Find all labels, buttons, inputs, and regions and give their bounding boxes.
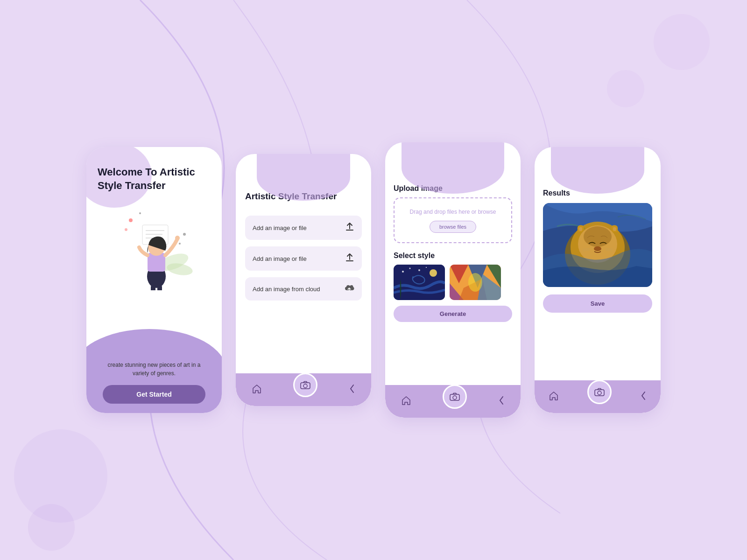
screen-welcome: Welcome To Artistic Style Transfer: [86, 147, 222, 413]
screens-container: Welcome To Artistic Style Transfer: [0, 0, 747, 560]
svg-point-34: [468, 273, 482, 292]
menu-bottom-nav: [236, 373, 371, 406]
svg-point-3: [183, 233, 186, 236]
lion-artwork: [543, 203, 652, 287]
svg-point-42: [594, 246, 601, 251]
menu-item-2[interactable]: Add an image or file: [245, 246, 362, 271]
menu-item-3-label: Add an image from cloud: [253, 286, 320, 293]
girl-svg-illustration: [112, 197, 196, 290]
upload-dropzone[interactable]: Drag and drop files here or browse brows…: [394, 197, 512, 243]
style-selection-section: Select style: [394, 252, 512, 322]
svg-point-1: [125, 228, 127, 231]
upload-icon-1: [345, 222, 354, 233]
upload-top-blob: [402, 142, 504, 194]
welcome-tagline: create stunning new pieces of art in a v…: [103, 361, 205, 378]
svg-point-26: [426, 267, 427, 268]
svg-point-2: [139, 212, 141, 214]
save-button[interactable]: Save: [543, 294, 652, 313]
nav-home-icon-4[interactable]: [549, 391, 559, 403]
screen-menu: Artistic Style Transfer Add an image or …: [236, 154, 371, 406]
nav-home-icon-3[interactable]: [401, 395, 411, 408]
nav-back-icon-3[interactable]: [498, 395, 505, 408]
get-started-button[interactable]: Get Started: [103, 385, 205, 404]
menu-item-3[interactable]: Add an image from cloud: [245, 277, 362, 301]
nav-home-icon-2[interactable]: [252, 384, 262, 396]
browse-files-button[interactable]: browse files: [430, 221, 476, 233]
nav-camera-button-4[interactable]: [587, 380, 612, 404]
upload-placeholder-text: Drag and drop files here or browse: [404, 208, 502, 216]
style-section-title: Select style: [394, 252, 512, 260]
drag-drop-text: Drag and drop files here or browse: [410, 209, 496, 215]
svg-rect-16: [157, 285, 162, 290]
svg-point-23: [402, 271, 404, 273]
menu-item-1-label: Add an image or file: [253, 224, 307, 231]
svg-point-24: [409, 268, 411, 269]
screen-upload: Upload image Drag and drop files here or…: [385, 142, 521, 418]
nav-back-icon-2[interactable]: [349, 384, 355, 396]
menu-item-1[interactable]: Add an image or file: [245, 216, 362, 240]
welcome-title: Welcome To Artistic Style Transfer: [98, 166, 211, 192]
upload-bottom-nav: [385, 385, 521, 418]
svg-point-22: [430, 269, 437, 277]
svg-point-25: [418, 269, 420, 271]
style-thumbnails: [394, 265, 512, 300]
menu-top-blob: [257, 154, 350, 201]
nav-back-icon-4[interactable]: [640, 391, 647, 403]
style-thumb-abstract[interactable]: [450, 265, 501, 300]
nav-camera-button-2[interactable]: [293, 373, 317, 397]
svg-rect-15: [151, 285, 155, 290]
screen-results: Results: [535, 147, 661, 413]
svg-point-0: [129, 218, 133, 222]
cloud-icon: [344, 284, 354, 294]
svg-point-36: [453, 396, 457, 399]
results-bottom-nav: [535, 380, 661, 413]
style-thumb-starry-night[interactable]: [394, 265, 445, 300]
svg-point-14: [175, 236, 180, 240]
generate-button[interactable]: Generate: [394, 306, 512, 322]
welcome-footer: create stunning new pieces of art in a v…: [103, 361, 205, 404]
svg-point-4: [179, 243, 181, 245]
upload-icon-2: [345, 253, 354, 264]
menu-item-2-label: Add an image or file: [253, 255, 307, 262]
result-image: [543, 203, 652, 287]
results-top-blob: [551, 147, 644, 194]
nav-camera-button-3[interactable]: [443, 385, 467, 409]
svg-point-48: [598, 391, 601, 395]
svg-point-20: [303, 384, 307, 388]
svg-point-41: [584, 226, 612, 247]
